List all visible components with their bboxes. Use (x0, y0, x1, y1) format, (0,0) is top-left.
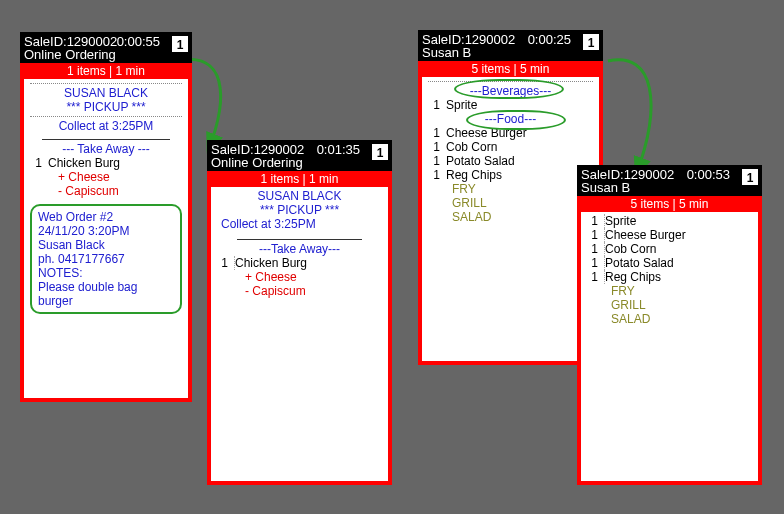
station-line: GRILL (428, 196, 593, 210)
station-line: GRILL (587, 298, 752, 312)
ticket-body: ---Beverages--- 1 Sprite ---Food--- 1 Ch… (422, 77, 599, 230)
item-name: Cob Corn (446, 140, 593, 154)
collect-time: Collect at 3:25PM (30, 119, 182, 133)
item-name: Cheese Burger (605, 228, 752, 242)
item-name: Potato Salad (605, 256, 752, 270)
item-name: Chicken Burg (48, 156, 182, 170)
line-item: 1 Sprite (587, 214, 752, 228)
order-ticket-2[interactable]: SaleID:1290002 0:01:35 1 Online Ordering… (207, 140, 392, 485)
line-item: 1 Reg Chips (428, 168, 593, 182)
timer: 0:00:55 (117, 34, 160, 49)
item-qty: 1 (428, 154, 446, 168)
order-source: Online Ordering (24, 47, 188, 62)
line-item: 1 Cob Corn (428, 140, 593, 154)
item-name: Potato Salad (446, 154, 593, 168)
ticket-header: SaleID:1290002 0:00:55 1 Online Ordering (20, 32, 192, 63)
service-type: --- Take Away --- (30, 142, 182, 156)
customer-name: SUSAN BLACK (217, 189, 382, 203)
line-item: 1 Reg Chips (587, 270, 752, 284)
line-item: 1 Cheese Burger (428, 126, 593, 140)
counter-badge: 1 (171, 35, 189, 53)
notes-line: Please double bag (38, 280, 174, 294)
line-item: 1 Cheese Burger (587, 228, 752, 242)
line-item: 1 Potato Salad (587, 256, 752, 270)
category-header-food: ---Food--- (428, 112, 593, 126)
item-name: Sprite (605, 214, 752, 228)
notes-line: burger (38, 294, 174, 308)
modifier-remove: - Capiscum (217, 284, 382, 298)
notes-line: Susan Black (38, 238, 174, 252)
customer-name: SUSAN BLACK (30, 86, 182, 100)
item-qty: 1 (428, 140, 446, 154)
item-qty: 1 (587, 228, 605, 242)
notes-line: ph. 0417177667 (38, 252, 174, 266)
ticket-header: SaleID:1290002 0:00:53 1 Susan B (577, 165, 762, 196)
ticket-body: SUSAN BLACK *** PICKUP *** Collect at 3:… (211, 187, 388, 304)
ticket-header: SaleID:1290002 0:00:25 1 Susan B (418, 30, 603, 61)
item-qty: 1 (587, 256, 605, 270)
pickup-tag: *** PICKUP *** (30, 100, 182, 114)
line-item: 1 Chicken Burg (217, 256, 382, 270)
item-name: Cob Corn (605, 242, 752, 256)
item-qty: 1 (587, 214, 605, 228)
pickup-tag: *** PICKUP *** (217, 203, 382, 217)
timer: 0:01:35 (317, 142, 360, 157)
summary-bar: 1 items | 1 min (24, 63, 188, 79)
notes-line: Web Order #2 (38, 210, 174, 224)
notes-line: NOTES: (38, 266, 174, 280)
line-item: 1 Sprite (428, 98, 593, 112)
item-name: Reg Chips (446, 168, 593, 182)
line-item: 1 Cob Corn (587, 242, 752, 256)
order-ticket-3[interactable]: SaleID:1290002 0:00:25 1 Susan B 5 items… (418, 30, 603, 365)
item-qty: 1 (587, 270, 605, 284)
item-name: Chicken Burg (235, 256, 382, 270)
category-header-beverages: ---Beverages--- (428, 84, 593, 98)
ticket-body: 1 Sprite 1 Cheese Burger 1 Cob Corn 1 Po… (581, 212, 758, 332)
station-line: SALAD (428, 210, 593, 224)
station-line: FRY (587, 284, 752, 298)
item-qty: 1 (30, 156, 48, 170)
station-line: SALAD (587, 312, 752, 326)
modifier-remove: - Capiscum (30, 184, 182, 198)
item-name: Reg Chips (605, 270, 752, 284)
notes-line: 24/11/20 3:20PM (38, 224, 174, 238)
item-qty: 1 (428, 126, 446, 140)
item-name: Cheese Burger (446, 126, 593, 140)
order-ticket-4[interactable]: SaleID:1290002 0:00:53 1 Susan B 5 items… (577, 165, 762, 485)
summary-bar: 5 items | 5 min (422, 61, 599, 77)
ticket-header: SaleID:1290002 0:01:35 1 Online Ordering (207, 140, 392, 171)
item-name: Sprite (446, 98, 593, 112)
line-item: 1 Potato Salad (428, 154, 593, 168)
order-ticket-1[interactable]: SaleID:1290002 0:00:55 1 Online Ordering… (20, 32, 192, 402)
counter-badge: 1 (741, 168, 759, 186)
line-item: 1 Chicken Burg (30, 156, 182, 170)
customer-name: Susan B (422, 45, 599, 60)
item-qty: 1 (587, 242, 605, 256)
counter-badge: 1 (371, 143, 389, 161)
customer-name: Susan B (581, 180, 758, 195)
summary-bar: 1 items | 1 min (211, 171, 388, 187)
item-qty: 1 (217, 256, 235, 270)
station-line: FRY (428, 182, 593, 196)
modifier-add: + Cheese (30, 170, 182, 184)
item-qty: 1 (428, 168, 446, 182)
timer: 0:00:53 (687, 167, 730, 182)
ticket-body: SUSAN BLACK *** PICKUP *** Collect at 3:… (24, 79, 188, 320)
collect-time: Collect at 3:25PM (217, 217, 382, 231)
counter-badge: 1 (582, 33, 600, 51)
modifier-add: + Cheese (217, 270, 382, 284)
summary-bar: 5 items | 5 min (581, 196, 758, 212)
timer: 0:00:25 (528, 32, 571, 47)
item-qty: 1 (428, 98, 446, 112)
order-notes-box: Web Order #2 24/11/20 3:20PM Susan Black… (30, 204, 182, 314)
service-type: ---Take Away--- (217, 242, 382, 256)
order-source: Online Ordering (211, 155, 388, 170)
